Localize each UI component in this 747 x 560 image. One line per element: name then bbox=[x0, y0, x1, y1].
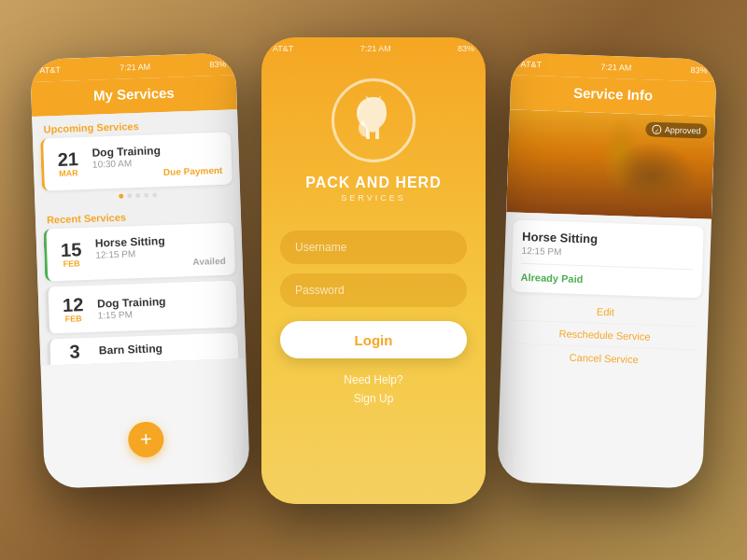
upcoming-date: 21 MAR bbox=[52, 149, 83, 178]
right-carrier: AT&T bbox=[520, 60, 542, 70]
recent-service-card-3[interactable]: 3 Barn Sitting bbox=[48, 332, 239, 365]
upcoming-service-info: Dog Training 10:30 AM Due Payment bbox=[92, 142, 222, 180]
phone-right: AT&T 7:21 AM 83% Service Info ✓ Approved… bbox=[497, 52, 717, 488]
right-time: 7:21 AM bbox=[600, 63, 631, 73]
links-area: Need Help? Sign Up bbox=[261, 373, 486, 405]
center-status-bar: AT&T 7:21 AM 83% bbox=[261, 37, 486, 60]
logo-area: PACK AND HERD SERVICES bbox=[261, 60, 486, 212]
recent-service-info-3: Barn Sitting bbox=[99, 340, 229, 357]
action-buttons: Edit Reschedule Service Cancel Service bbox=[508, 299, 700, 371]
fab-button[interactable]: + bbox=[128, 421, 164, 457]
recent-date-1: 15 FEB bbox=[56, 240, 87, 269]
upcoming-day: 21 bbox=[52, 149, 83, 169]
pack-and-herd-logo bbox=[345, 92, 402, 148]
service-detail-card[interactable]: Horse Sitting 12:15 PM Already Paid bbox=[511, 219, 704, 298]
right-header-title: Service Info bbox=[573, 85, 654, 104]
left-time: 7:21 AM bbox=[120, 62, 150, 72]
phone-left: AT&T 7:21 AM 83% My Services Upcoming Se… bbox=[30, 52, 250, 488]
recent-service-card-1[interactable]: 15 FEB Horse Sitting 12:15 PM Availed bbox=[43, 222, 235, 281]
left-header-title: My Services bbox=[93, 85, 175, 104]
brand-sub: SERVICES bbox=[341, 193, 405, 203]
horse-image: ✓ Approved bbox=[506, 109, 715, 219]
recent-service-name-3: Barn Sitting bbox=[99, 340, 229, 357]
upcoming-service-card[interactable]: 21 MAR Dog Training 10:30 AM Due Payment bbox=[40, 133, 233, 191]
carousel-dots bbox=[35, 189, 240, 202]
password-input[interactable] bbox=[280, 273, 467, 307]
recent-service-card-2[interactable]: 12 FEB Dog Training 1:15 PM bbox=[46, 280, 238, 333]
left-carrier: AT&T bbox=[39, 65, 61, 76]
recent-day-3: 3 bbox=[60, 342, 91, 361]
recent-date-3: 3 bbox=[60, 342, 91, 361]
logo-circle bbox=[331, 78, 416, 162]
recent-service-info-1: Horse Sitting 12:15 PM Availed bbox=[95, 232, 226, 271]
payment-status: Already Paid bbox=[520, 272, 692, 288]
left-content: Upcoming Services 21 MAR Dog Training 10… bbox=[32, 109, 246, 366]
dot-3 bbox=[135, 193, 140, 198]
dot-1 bbox=[119, 194, 123, 199]
recent-day-2: 12 bbox=[58, 295, 89, 315]
dot-4 bbox=[144, 193, 148, 198]
fab-icon: + bbox=[139, 427, 152, 452]
check-icon: ✓ bbox=[653, 125, 662, 134]
dot-2 bbox=[127, 193, 132, 198]
sign-up-link[interactable]: Sign Up bbox=[261, 392, 486, 405]
login-form: Login bbox=[261, 212, 486, 358]
left-battery: 83% bbox=[209, 60, 226, 70]
divider-1 bbox=[521, 263, 693, 270]
brand-name: PACK AND HERD bbox=[305, 174, 441, 191]
center-carrier: AT&T bbox=[273, 44, 293, 53]
phone-center: AT&T 7:21 AM 83% PACK AND HERD SERVICES bbox=[261, 37, 486, 504]
center-time: 7:21 AM bbox=[360, 44, 391, 53]
recent-date-2: 12 FEB bbox=[58, 295, 89, 324]
approved-label: Approved bbox=[665, 125, 701, 135]
recent-day-1: 15 bbox=[56, 240, 87, 259]
center-battery: 83% bbox=[458, 44, 474, 53]
username-input[interactable] bbox=[280, 231, 467, 264]
recent-service-info-2: Dog Training 1:15 PM bbox=[97, 292, 228, 320]
approved-badge: ✓ Approved bbox=[646, 121, 708, 138]
right-battery: 83% bbox=[690, 65, 707, 76]
login-button[interactable]: Login bbox=[280, 321, 467, 358]
need-help-link[interactable]: Need Help? bbox=[261, 373, 486, 386]
dot-5 bbox=[152, 192, 157, 197]
